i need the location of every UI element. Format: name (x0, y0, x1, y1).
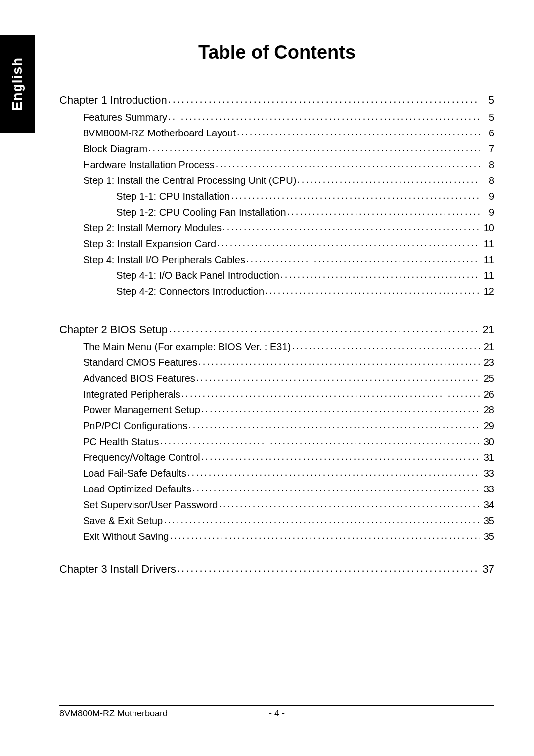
toc-entry-title: The Main Menu (For example: BIOS Ver. : … (83, 341, 292, 353)
toc-leader-dots (237, 127, 480, 136)
toc-entry-title: Step 3: Install Expansion Card (83, 238, 217, 250)
toc-entry-title: 8VM800M-RZ Motherboard Layout (83, 128, 237, 139)
toc-leader-dots (181, 388, 480, 398)
toc-entry-page: 35 (480, 531, 494, 542)
toc-leader-dots (148, 142, 480, 152)
toc-entry: Step 1: Install the Central Processing U… (59, 174, 494, 186)
toc-entry: Step 4: Install I/O Peripherals Cables11 (59, 253, 494, 266)
toc-leader-dots (168, 93, 480, 104)
page-footer: 8VM800M-RZ Motherboard - 4 - (59, 705, 494, 719)
toc-entry-page: 9 (480, 191, 494, 202)
toc-entry-page: 33 (480, 468, 494, 479)
toc-entry: Block Diagram7 (59, 142, 494, 155)
toc-leader-dots (169, 322, 480, 333)
toc-entry: Step 1-1: CPU Installation9 (59, 190, 494, 202)
toc-entry-page: 9 (480, 207, 494, 218)
toc-entry: Save & Exit Setup35 (59, 514, 494, 527)
toc-entry-page: 33 (480, 484, 494, 495)
toc-entry: Step 3: Install Expansion Card11 (59, 237, 494, 250)
footer-right-spacer (350, 709, 494, 719)
toc-leader-dots (287, 206, 480, 216)
toc-entry-title: Hardware Installation Process (83, 159, 216, 171)
toc-entry-title: Save & Exit Setup (83, 515, 164, 527)
toc-leader-dots (198, 356, 480, 366)
toc-leader-dots (187, 467, 480, 477)
toc-gap (59, 301, 494, 320)
toc-entry-page: 34 (480, 499, 494, 511)
toc-entry: Step 4-2: Connectors Introduction12 (59, 285, 494, 297)
toc-entry-page: 29 (480, 420, 494, 432)
toc-leader-dots (164, 514, 480, 524)
toc-entry: Standard CMOS Features23 (59, 356, 494, 368)
toc-leader-dots (201, 451, 480, 461)
table-of-contents: Chapter 1 Introduction5Features Summary5… (59, 93, 494, 576)
toc-entry-title: Standard CMOS Features (83, 357, 198, 368)
toc-entry-page: 11 (480, 254, 494, 266)
toc-entry-title: Frequency/Voltage Control (83, 452, 201, 463)
toc-entry-title: Step 1-2: CPU Cooling Fan Installation (116, 207, 287, 218)
toc-entry: Advanced BIOS Features25 (59, 372, 494, 384)
toc-entry-page: 25 (480, 373, 494, 384)
toc-entry-title: Chapter 2 BIOS Setup (59, 323, 169, 336)
toc-entry: Integrated Peripherals26 (59, 388, 494, 400)
toc-entry-title: Set Supervisor/User Password (83, 499, 219, 511)
toc-entry-title: Integrated Peripherals (83, 389, 181, 400)
toc-entry: Chapter 1 Introduction5 (59, 93, 494, 107)
toc-leader-dots (246, 253, 480, 263)
toc-leader-dots (170, 530, 480, 540)
toc-entry-title: Step 4: Install I/O Peripherals Cables (83, 254, 246, 266)
toc-entry-title: Step 4-1: I/O Back Panel Introduction (116, 270, 280, 281)
toc-entry-title: Load Fail-Safe Defaults (83, 468, 187, 479)
toc-entry-title: Load Optimized Defaults (83, 484, 192, 495)
toc-entry-page: 31 (480, 452, 494, 463)
toc-entry-title: Features Summary (83, 112, 168, 123)
toc-entry-page: 21 (480, 323, 494, 336)
toc-entry: PC Health Status30 (59, 435, 494, 447)
toc-entry-page: 12 (480, 286, 494, 297)
toc-entry: Exit Without Saving35 (59, 530, 494, 542)
toc-entry: Step 2: Install Memory Modules10 (59, 222, 494, 234)
toc-entry: Chapter 3 Install Drivers37 (59, 562, 494, 576)
toc-leader-dots (216, 158, 480, 168)
toc-entry-page: 30 (480, 436, 494, 447)
footer-row: 8VM800M-RZ Motherboard - 4 - (59, 709, 494, 719)
toc-entry: PnP/PCI Configurations29 (59, 419, 494, 432)
toc-leader-dots (222, 222, 480, 231)
toc-entry-title: Exit Without Saving (83, 531, 170, 542)
toc-entry-page: 21 (480, 341, 494, 353)
toc-entry: Load Optimized Defaults33 (59, 483, 494, 495)
toc-entry-title: Advanced BIOS Features (83, 373, 196, 384)
toc-entry-page: 28 (480, 404, 494, 416)
toc-entry-title: Block Diagram (83, 143, 148, 155)
toc-leader-dots (177, 562, 480, 573)
toc-leader-dots (231, 190, 480, 200)
toc-leader-dots (297, 174, 480, 184)
toc-leader-dots (160, 435, 480, 445)
toc-entry-title: Power Management Setup (83, 404, 201, 416)
toc-leader-dots (188, 419, 480, 429)
toc-leader-dots (168, 111, 480, 121)
toc-entry: Step 4-1: I/O Back Panel Introduction11 (59, 269, 494, 281)
language-tab: English (0, 35, 35, 133)
toc-entry-title: Step 1-1: CPU Installation (116, 191, 231, 202)
toc-leader-dots (217, 237, 480, 247)
toc-entry-page: 11 (480, 270, 494, 281)
toc-entry-page: 11 (480, 238, 494, 250)
page-content: Table of Contents Chapter 1 Introduction… (59, 42, 494, 579)
toc-leader-dots (219, 498, 480, 508)
toc-entry-page: 7 (480, 143, 494, 155)
toc-entry-page: 8 (480, 175, 494, 186)
toc-entry-page: 37 (480, 563, 494, 576)
toc-entry-title: Step 4-2: Connectors Introduction (116, 286, 265, 297)
footer-page-number: - 4 - (204, 709, 349, 719)
toc-gap (59, 546, 494, 560)
toc-entry: 8VM800M-RZ Motherboard Layout6 (59, 127, 494, 139)
toc-entry: Step 1-2: CPU Cooling Fan Installation9 (59, 206, 494, 218)
toc-entry: Set Supervisor/User Password34 (59, 498, 494, 511)
toc-entry-title: Step 1: Install the Central Processing U… (83, 175, 297, 186)
toc-leader-dots (265, 285, 480, 295)
footer-product-name: 8VM800M-RZ Motherboard (59, 709, 204, 719)
toc-entry: Features Summary5 (59, 111, 494, 123)
toc-entry: Frequency/Voltage Control31 (59, 451, 494, 463)
toc-leader-dots (292, 340, 480, 350)
